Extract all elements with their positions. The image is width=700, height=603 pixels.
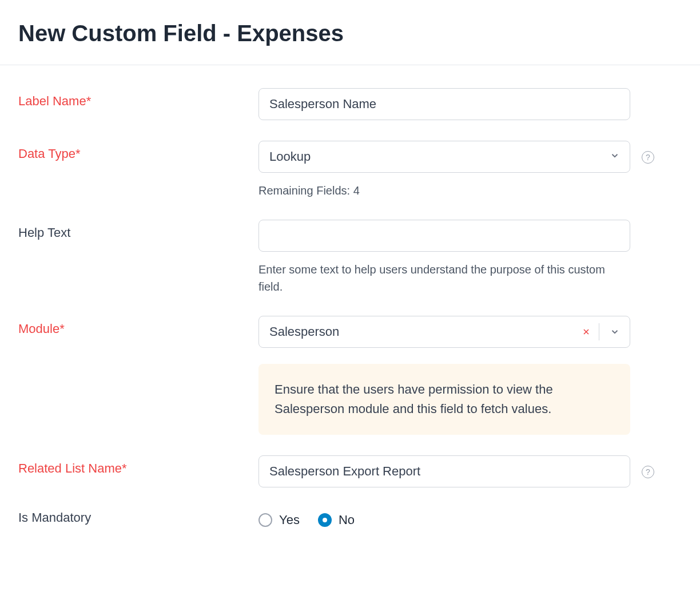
related-list-name-label: Related List Name* (18, 461, 127, 475)
help-text-hint: Enter some text to help users understand… (258, 261, 630, 295)
radio-circle-icon (318, 513, 332, 527)
row-data-type: Data Type* Lookup Remaining Fields: 4 ? (18, 141, 682, 199)
help-text-label: Help Text (18, 225, 70, 240)
radio-yes-label: Yes (279, 513, 300, 527)
radio-yes[interactable]: Yes (258, 513, 300, 527)
close-icon (582, 327, 591, 336)
data-type-select[interactable]: Lookup (258, 141, 630, 173)
data-type-remaining: Remaining Fields: 4 (258, 182, 630, 199)
data-type-label: Data Type* (18, 146, 80, 161)
help-icon[interactable]: ? (642, 466, 654, 478)
module-dropdown-toggle[interactable] (599, 316, 630, 348)
row-label-name: Label Name* (18, 88, 682, 120)
is-mandatory-radio-group: Yes No (258, 508, 630, 527)
data-type-value: Lookup (269, 149, 311, 164)
page-title: New Custom Field - Expenses (18, 21, 682, 46)
row-is-mandatory: Is Mandatory Yes No (18, 508, 682, 527)
module-value: Salesperson (269, 324, 339, 339)
row-related-list-name: Related List Name* ? (18, 455, 682, 487)
related-list-name-input[interactable] (258, 455, 630, 487)
help-icon[interactable]: ? (642, 151, 654, 164)
custom-field-form: Label Name* Data Type* Lookup Remaining … (0, 65, 700, 527)
module-permission-warning: Ensure that the users have permission to… (258, 364, 630, 435)
help-text-input[interactable] (258, 220, 630, 252)
is-mandatory-label: Is Mandatory (18, 510, 91, 525)
module-label: Module* (18, 322, 65, 336)
page-header: New Custom Field - Expenses (0, 0, 700, 65)
clear-module-button[interactable] (574, 316, 599, 348)
label-name-input[interactable] (258, 88, 630, 120)
radio-no[interactable]: No (318, 513, 355, 527)
row-help-text: Help Text Enter some text to help users … (18, 220, 682, 295)
chevron-down-icon (610, 327, 620, 337)
row-module: Module* Salesperson Ensure that the user… (18, 316, 682, 435)
radio-no-label: No (339, 513, 355, 527)
radio-circle-icon (258, 513, 272, 527)
label-name-label: Label Name* (18, 94, 91, 108)
